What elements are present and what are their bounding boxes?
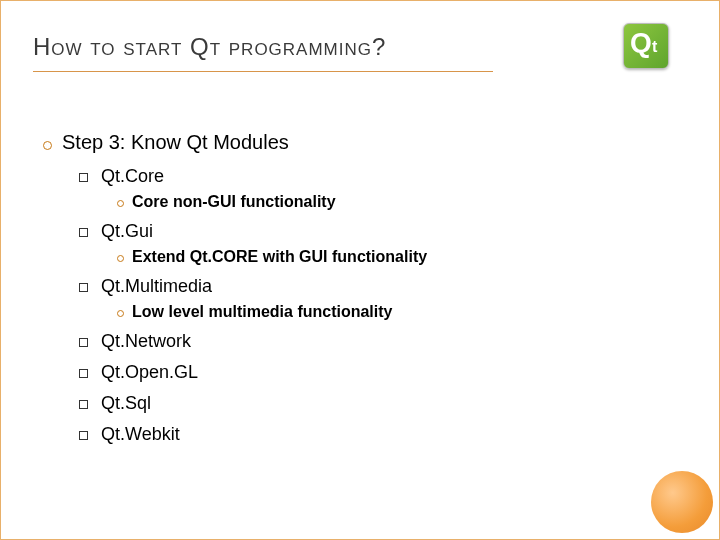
circle-bullet-icon [117, 255, 124, 262]
module-item: Qt.Multimedia [79, 276, 427, 297]
qt-logo: Q t [623, 23, 679, 75]
module-name: Qt.Multimedia [101, 276, 212, 296]
module-desc: Extend Qt.CORE with GUI functionality [132, 248, 427, 266]
module-item: Qt.Network [79, 331, 427, 352]
square-bullet-icon [79, 173, 88, 182]
module-name: Qt.Webkit [101, 424, 180, 444]
square-bullet-icon [79, 431, 88, 440]
slide: How to start Qt programming? Q t Step 3:… [0, 0, 720, 540]
module-item: Qt.Gui [79, 221, 427, 242]
module-name: Qt.Sql [101, 393, 151, 413]
qt-logo-bg: Q t [623, 23, 669, 69]
square-bullet-icon [79, 369, 88, 378]
decorative-circle [651, 471, 713, 533]
square-bullet-icon [79, 338, 88, 347]
module-item: Qt.Sql [79, 393, 427, 414]
step-heading-row: Step 3: Know Qt Modules [43, 131, 427, 154]
square-bullet-icon [79, 400, 88, 409]
qt-logo-letter-t: t [652, 38, 657, 56]
content: Step 3: Know Qt Modules Qt.Core Core non… [43, 131, 427, 447]
title-underline [33, 71, 493, 72]
step-heading: Step 3: Know Qt Modules [62, 131, 289, 154]
module-item: Qt.Core [79, 166, 427, 187]
circle-bullet-icon [117, 310, 124, 317]
circle-bullet-icon [117, 200, 124, 207]
module-desc-row: Low level multimedia functionality [117, 303, 427, 321]
module-desc-row: Core non-GUI functionality [117, 193, 427, 211]
square-bullet-icon [79, 228, 88, 237]
module-item: Qt.Webkit [79, 424, 427, 445]
module-name: Qt.Open.GL [101, 362, 198, 382]
slide-title: How to start Qt programming? [33, 33, 386, 61]
qt-logo-letter-q: Q [630, 27, 652, 59]
module-name: Qt.Core [101, 166, 164, 186]
module-desc-row: Extend Qt.CORE with GUI functionality [117, 248, 427, 266]
module-name: Qt.Network [101, 331, 191, 351]
module-desc: Low level multimedia functionality [132, 303, 392, 321]
module-desc: Core non-GUI functionality [132, 193, 336, 211]
square-bullet-icon [79, 283, 88, 292]
circle-bullet-icon [43, 141, 52, 150]
module-item: Qt.Open.GL [79, 362, 427, 383]
module-name: Qt.Gui [101, 221, 153, 241]
